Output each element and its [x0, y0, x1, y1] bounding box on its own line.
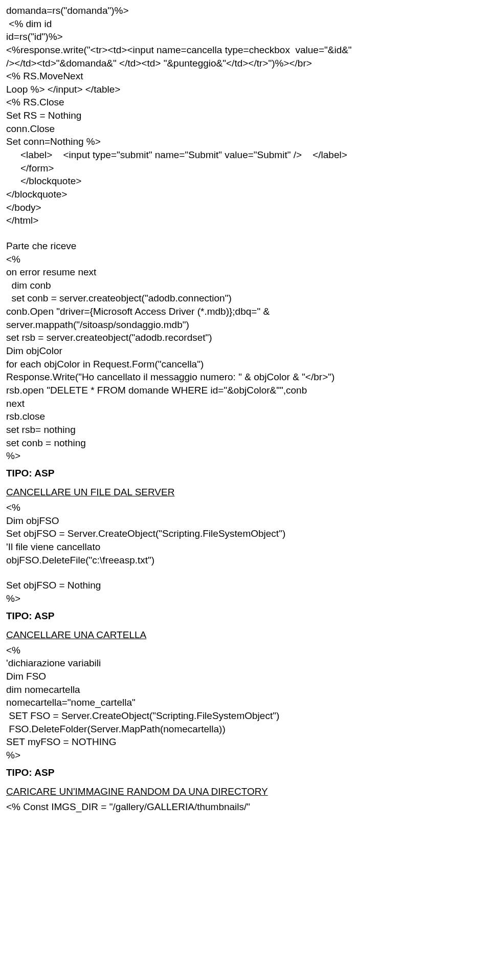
code-line: TIPO: ASP [6, 463, 485, 482]
code-line [6, 227, 485, 239]
code-line: Set conn=Nothing %> [6, 135, 485, 148]
code-line: Dim objFSO [6, 514, 485, 528]
code-line: on error resume next [6, 266, 485, 279]
code-line: rsb.close [6, 410, 485, 423]
code-line: <% [6, 253, 485, 266]
code-line: </html> [6, 214, 485, 227]
code-line: FSO.DeleteFolder(Server.MapPath(nomecart… [6, 723, 485, 736]
code-line: SET FSO = Server.CreateObject("Scripting… [6, 709, 485, 723]
code-line: </blockquote> [6, 175, 485, 188]
code-line: for each objColor in Request.Form("cance… [6, 358, 485, 371]
code-line: %> [6, 592, 485, 605]
code-line: server.mappath("/sitoasp/sondaggio.mdb") [6, 318, 485, 332]
code-line: <% Const IMGS_DIR = "/gallery/GALLERIA/t… [6, 800, 485, 814]
code-line: <% [6, 501, 485, 514]
code-line [6, 567, 485, 579]
code-line: CARICARE UN'IMMAGINE RANDOM DA UNA DIREC… [6, 781, 485, 800]
code-line: dim conb [6, 279, 485, 292]
code-line: </body> [6, 201, 485, 214]
code-line: set conb = server.createobject("adodb.co… [6, 292, 485, 305]
code-line: <% [6, 644, 485, 657]
code-line: nomecartella="nome_cartella" [6, 696, 485, 709]
code-line: CANCELLARE UNA CARTELLA [6, 624, 485, 644]
code-line: <% RS.Close [6, 96, 485, 109]
code-line: set conb = nothing [6, 437, 485, 450]
code-line: Loop %> </input> </table> [6, 83, 485, 96]
code-line: objFSO.DeleteFile("c:\freeasp.txt") [6, 554, 485, 567]
code-line: <% RS.MoveNext [6, 70, 485, 83]
code-line: TIPO: ASP [6, 762, 485, 781]
code-line: dim nomecartella [6, 683, 485, 696]
code-line: set rsb = server.createobject("adodb.rec… [6, 331, 485, 344]
code-line: set rsb= nothing [6, 423, 485, 437]
code-line: Set objFSO = Server.CreateObject("Script… [6, 527, 485, 540]
code-line: Set RS = Nothing [6, 109, 485, 122]
code-line: </blockquote> [6, 188, 485, 201]
code-line: /></td><td>"&domanda&" </td><td> "&punte… [6, 57, 485, 70]
code-line: TIPO: ASP [6, 605, 485, 625]
code-line: <% dim id [6, 17, 485, 31]
document-body: domanda=rs("domanda")%> <% dim idid=rs("… [6, 4, 485, 814]
code-line: Dim objColor [6, 344, 485, 358]
code-line: 'Il file viene cancellato [6, 540, 485, 554]
code-line: rsb.open "DELETE * FROM domande WHERE id… [6, 384, 485, 397]
code-line: conn.Close [6, 122, 485, 136]
code-line: %> [6, 449, 485, 463]
code-line: Parte che riceve [6, 239, 485, 253]
code-line: Dim FSO [6, 670, 485, 683]
code-line: <%response.write("<tr><td><input name=ca… [6, 43, 485, 57]
code-line: Response.Write("Ho cancellato il messagg… [6, 371, 485, 384]
code-line: Set objFSO = Nothing [6, 579, 485, 592]
code-line: CANCELLARE UN FILE DAL SERVER [6, 482, 485, 501]
code-line: SET myFSO = NOTHING [6, 735, 485, 749]
code-line: domanda=rs("domanda")%> [6, 4, 485, 17]
code-line: </form> [6, 162, 485, 175]
code-line: <label> <input type="submit" name="Submi… [6, 148, 485, 162]
code-line: 'dichiarazione variabili [6, 657, 485, 670]
code-line: next [6, 397, 485, 410]
code-line: conb.Open "driver={Microsoft Access Driv… [6, 305, 485, 318]
code-line: %> [6, 749, 485, 762]
code-line: id=rs("id")%> [6, 30, 485, 43]
